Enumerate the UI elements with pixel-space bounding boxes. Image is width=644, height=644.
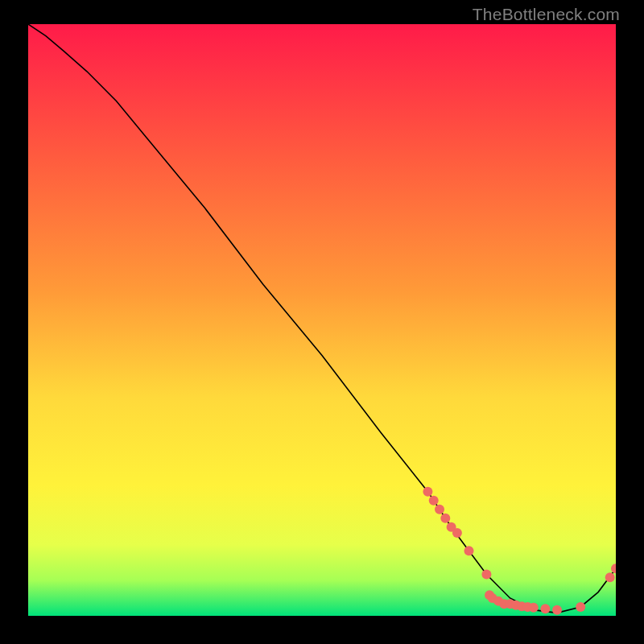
data-point [423,487,432,497]
data-point [605,572,615,582]
chart-svg [28,24,616,616]
gradient-background [28,24,616,616]
watermark-text: TheBottleneck.com [473,5,620,24]
data-point [435,505,444,514]
data-point [464,546,474,555]
data-point [440,514,450,523]
data-point [576,602,585,612]
data-point [481,570,491,580]
chart-stage: TheBottleneck.com [0,0,644,644]
data-point [529,603,539,613]
plot-area [28,24,616,616]
data-point [452,528,462,538]
data-point [552,605,562,615]
data-point [429,496,439,506]
data-point [540,604,550,613]
